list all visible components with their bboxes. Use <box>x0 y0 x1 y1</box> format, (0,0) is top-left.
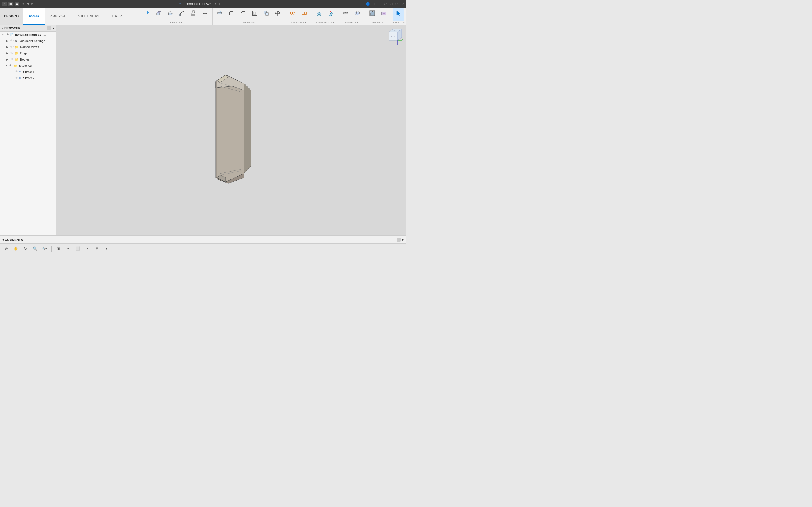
save-icon[interactable]: 💾 <box>15 2 19 6</box>
offset-plane-btn[interactable] <box>313 8 325 21</box>
tree-expand-sketches[interactable]: ▾ <box>4 64 8 67</box>
position-btn[interactable]: ⊕ <box>2 245 10 252</box>
tree-item-bodies[interactable]: ▶ 👁 📁 Bodies <box>0 56 56 62</box>
view-cube[interactable]: LEFT Rt Z Y <box>384 27 403 47</box>
browser-panel-toggle[interactable]: ⋯ <box>47 26 51 30</box>
create-new-body-btn[interactable] <box>142 8 153 21</box>
extrude-btn[interactable] <box>153 8 164 21</box>
select-mode-btn[interactable] <box>393 8 404 21</box>
tree-expand-doc-settings[interactable]: ▶ <box>6 40 9 42</box>
svg-line-9 <box>191 12 193 15</box>
create-section-label[interactable]: CREATE ▾ <box>170 21 182 24</box>
chamfer-btn[interactable] <box>238 8 249 21</box>
joint-btn[interactable] <box>287 8 298 21</box>
svg-rect-22 <box>305 12 306 14</box>
sketch-icon-1: ✏ <box>19 70 22 74</box>
eye-icon-sketch2[interactable]: 👁 <box>14 76 18 80</box>
user-name: Ettore Ferrari <box>378 2 399 6</box>
visual-style-btn[interactable]: ⬜ <box>73 245 82 252</box>
tree-item-sketch2[interactable]: 👁 ✏ Sketch2 <box>0 75 56 81</box>
design-arrow-icon: ▾ <box>18 15 19 17</box>
assemble-section-label[interactable]: ASSEMBLE ▾ <box>291 21 306 24</box>
tab-sheet-metal[interactable]: SHEET METAL <box>72 8 106 24</box>
redo-icon[interactable]: ↻ <box>26 2 30 6</box>
svg-rect-29 <box>343 13 348 14</box>
modify-section-label[interactable]: MODIFY ▾ <box>243 21 255 24</box>
browser-header: ◂ BROWSER ⋯ ▸ <box>0 25 56 32</box>
orbit-btn[interactable]: ↻ <box>21 245 29 252</box>
menu-bar: DESIGN ▾ SOLID SURFACE SHEET METAL TOOLS <box>0 8 406 25</box>
tree-expand-origin[interactable]: ▶ <box>6 52 9 55</box>
move-btn[interactable] <box>272 8 283 21</box>
collapse-browser-icon[interactable]: ◂ <box>2 26 3 30</box>
comments-expand-icon[interactable]: ▸ <box>402 238 404 241</box>
grid-options-btn[interactable]: ⊞ <box>93 245 101 252</box>
new-file-icon[interactable]: ⬜ <box>8 2 13 6</box>
construct-section-label[interactable]: CONSTRUCT ▾ <box>316 21 334 24</box>
tree-item-sketches[interactable]: ▾ 👁 📁 Sketches <box>0 62 56 69</box>
comments-panel-toggle[interactable]: ⋯ <box>397 238 401 242</box>
tree-expand-named-views[interactable]: ▶ <box>6 46 9 48</box>
tree-item-root[interactable]: ▾ 👁 📄 honda tail light v2 ☁ <box>0 32 56 38</box>
svg-rect-6 <box>179 14 181 16</box>
svg-point-34 <box>356 11 360 15</box>
sweep-btn[interactable] <box>176 8 188 21</box>
loft-btn[interactable] <box>188 8 199 21</box>
design-label: DESIGN <box>4 14 17 18</box>
modify-arrow-icon: ▾ <box>253 21 255 24</box>
as-built-joint-btn[interactable] <box>299 8 310 21</box>
pan-btn[interactable]: ✋ <box>12 245 20 252</box>
tree-item-sketch1[interactable]: 👁 ✏ Sketch1 <box>0 69 56 75</box>
grid-options-arrow[interactable]: ▾ <box>102 245 110 252</box>
measure-btn[interactable] <box>340 8 351 21</box>
svg-rect-0 <box>145 11 148 14</box>
tree-item-doc-settings[interactable]: ▶ 👁 ⚙ Document Settings <box>0 38 56 44</box>
app-logo: A <box>2 2 7 6</box>
eye-icon-bodies[interactable]: 👁 <box>10 57 14 61</box>
new-tab-btn[interactable]: + <box>218 2 220 6</box>
inspect-section-label[interactable]: INSPECT ▾ <box>345 21 358 24</box>
press-pull-btn[interactable] <box>214 8 225 21</box>
eye-icon-origin[interactable]: 👁 <box>10 51 14 55</box>
insert-mesh-btn[interactable] <box>366 8 378 21</box>
collapse-comments-icon[interactable]: ◂ <box>2 238 4 241</box>
eye-icon-root[interactable]: 👁 <box>5 33 9 37</box>
display-options-btn[interactable]: ▣ <box>54 245 62 252</box>
insert-section-label[interactable]: INSERT ▾ <box>372 21 384 24</box>
tree-expand-bodies[interactable]: ▶ <box>6 58 9 61</box>
design-dropdown-btn[interactable]: DESIGN ▾ <box>0 8 23 24</box>
nav-arrows[interactable]: ↺ ↻ ▾ <box>21 2 34 6</box>
fillet-btn[interactable] <box>226 8 237 21</box>
close-tab-btn[interactable]: × <box>214 2 216 6</box>
shell-btn[interactable] <box>249 8 260 21</box>
zoom-btn[interactable]: 🔍 <box>31 245 39 252</box>
svg-text:Rt: Rt <box>394 29 396 31</box>
tab-surface[interactable]: SURFACE <box>45 8 71 24</box>
tab-tools[interactable]: TOOLS <box>106 8 129 24</box>
svg-marker-37 <box>397 11 400 16</box>
browser-expand-icon[interactable]: ▸ <box>53 26 54 30</box>
zoom-options-btn[interactable]: 🔍▾ <box>41 245 49 252</box>
select-section-label[interactable]: SELECT ▾ <box>393 21 404 24</box>
tree-item-origin[interactable]: ▶ 👁 📁 Origin <box>0 50 56 56</box>
decal-btn[interactable] <box>378 8 389 21</box>
svg-marker-27 <box>329 12 333 16</box>
combine-btn[interactable] <box>260 8 272 21</box>
tree-expand-root[interactable]: ▾ <box>1 33 4 36</box>
help-btn[interactable]: ? <box>402 2 404 6</box>
eye-icon-sketches[interactable]: 👁 <box>9 64 13 68</box>
plane-at-angle-btn[interactable] <box>325 8 336 21</box>
tree-item-named-views[interactable]: ▶ 👁 📁 Named Views <box>0 44 56 50</box>
tab-solid[interactable]: SOLID <box>23 8 45 24</box>
interference-btn[interactable] <box>352 8 363 21</box>
display-options-arrow[interactable]: ▾ <box>64 245 72 252</box>
history-icon[interactable]: ▾ <box>31 2 34 6</box>
revolve-btn[interactable] <box>165 8 176 21</box>
eye-icon-doc-settings[interactable]: 👁 <box>10 39 14 43</box>
undo-icon[interactable]: ↺ <box>21 2 25 6</box>
visual-style-arrow[interactable]: ▾ <box>83 245 91 252</box>
eye-icon-sketch1[interactable]: 👁 <box>14 70 18 74</box>
eye-icon-named-views[interactable]: 👁 <box>10 45 14 49</box>
viewport[interactable]: LEFT Rt Z Y <box>56 25 406 235</box>
more-create-btn[interactable] <box>199 8 211 21</box>
